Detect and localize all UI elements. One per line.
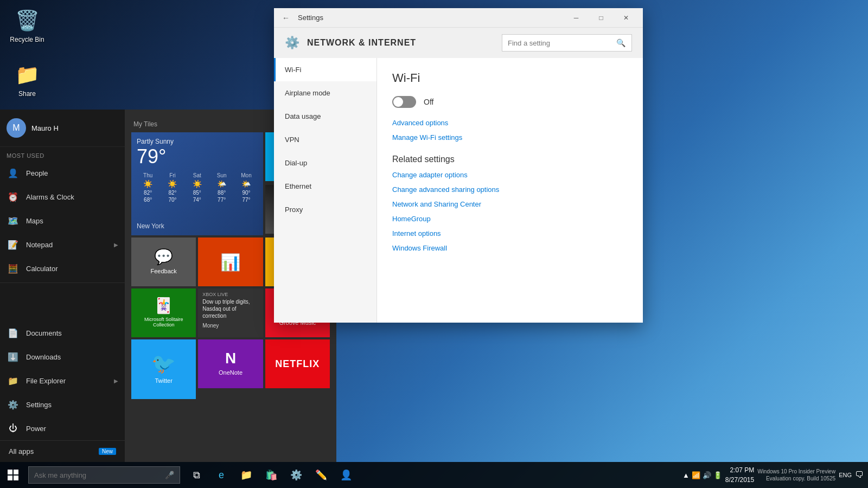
office-icon: 📊	[220, 253, 240, 272]
network-sharing-center-link[interactable]: Network and Sharing Center	[392, 200, 628, 208]
system-tray-icons: ▲ 📶 🔊 🔋	[682, 471, 722, 479]
recycle-bin-icon[interactable]: 🗑️ Recycle Bin	[5, 5, 49, 46]
sidebar-item-notepad[interactable]: 📝 Notepad ▶	[0, 233, 125, 256]
forecast-sat: Sat ☀️ 85°74°	[186, 172, 208, 203]
build-info: Windows 10 Pro Insider Preview Evaluatio…	[757, 468, 835, 482]
advanced-options-link[interactable]: Advanced options	[392, 119, 628, 127]
taskbar-search-box: 🎤	[28, 466, 180, 484]
forecast-sun: Sun 🌤️ 88°77°	[210, 172, 233, 203]
sidebar-item-downloads[interactable]: ⬇️ Downloads	[0, 345, 125, 369]
advanced-sharing-link[interactable]: Change advanced sharing options	[392, 185, 628, 194]
documents-icon: 📄	[7, 326, 20, 339]
nav-item-vpn[interactable]: VPN	[274, 128, 376, 151]
tile-office[interactable]: 📊	[198, 237, 263, 286]
toggle-off-label: Off	[424, 98, 433, 106]
settings-taskbar-button[interactable]: ⚙️	[284, 462, 308, 488]
tile-netflix[interactable]: NETFLIX	[265, 339, 330, 388]
nav-item-dialup[interactable]: Dial-up	[274, 151, 376, 175]
edge-browser-button[interactable]: e	[209, 462, 233, 488]
all-apps-badge: New	[99, 448, 116, 455]
sidebar-item-alarms[interactable]: ⏰ Alarms & Clock	[0, 185, 125, 209]
menu-divider	[0, 282, 125, 283]
settings-header-title: NETWORK & INTERNET	[307, 38, 416, 48]
file-explorer-button[interactable]: 📁	[234, 462, 258, 488]
settings-titlebar: ← Settings ─ □ ✕	[274, 8, 643, 28]
start-user-section[interactable]: M Mauro H	[0, 110, 125, 147]
nav-item-ethernet[interactable]: Ethernet	[274, 175, 376, 198]
sidebar-item-maps[interactable]: 🗺️ Maps	[0, 209, 125, 233]
maps-icon: 🗺️	[7, 214, 20, 227]
settings-icon: ⚙️	[7, 398, 20, 411]
microphone-icon[interactable]: 🎤	[165, 471, 174, 479]
sidebar-item-file-explorer[interactable]: 📁 File Explorer ▶	[0, 369, 125, 393]
minimize-button[interactable]: ─	[564, 8, 589, 28]
calculator-icon: 🧮	[7, 262, 20, 275]
settings-search-icon: 🔍	[616, 38, 626, 47]
sidebar-item-settings[interactable]: ⚙️ Settings	[0, 393, 125, 416]
change-adapter-link[interactable]: Change adapter options	[392, 171, 628, 179]
nav-item-airplane[interactable]: Airplane mode	[274, 81, 376, 105]
volume-icon[interactable]: 🔊	[703, 471, 711, 479]
recycle-bin-label: Recycle Bin	[10, 36, 44, 43]
power-label: Power	[26, 425, 46, 433]
share-label: Share	[18, 90, 36, 98]
close-button[interactable]: ✕	[614, 8, 639, 28]
language-indicator[interactable]: ENG	[839, 472, 852, 478]
settings-search-input[interactable]	[508, 39, 616, 47]
manage-wifi-link[interactable]: Manage Wi-Fi settings	[392, 133, 628, 142]
extra-button[interactable]: 👤	[334, 462, 358, 488]
solitaire-icon: 🃏	[154, 297, 173, 314]
all-apps-label: All apps	[9, 447, 34, 455]
feedback-label: Feedback	[131, 266, 196, 277]
onenote-label: OneNote	[198, 367, 263, 378]
wifi-toggle[interactable]	[392, 96, 416, 108]
taskbar-right: ▲ 📶 🔊 🔋 2:07 PM 8/27/2015 Windows 10 Pro…	[682, 466, 868, 485]
tile-feedback[interactable]: 💬 Feedback	[131, 237, 196, 286]
tile-money[interactable]: XBOX LIVE Dow up triple digits, Nasdaq o…	[198, 288, 263, 337]
taskbar-time: 2:07 PM	[730, 466, 755, 475]
twitter-icon: 🐦	[151, 352, 176, 375]
task-view-button[interactable]: ⧉	[184, 462, 208, 488]
pen-button[interactable]: ✏️	[309, 462, 333, 488]
svg-rect-3	[14, 476, 18, 480]
sidebar-item-people[interactable]: 👤 People	[0, 161, 125, 185]
notification-center-button[interactable]: 🗨	[855, 470, 864, 480]
chevron-up-icon[interactable]: ▲	[682, 471, 690, 479]
nav-item-wifi[interactable]: Wi-Fi	[274, 58, 376, 81]
taskbar-clock-date[interactable]: 2:07 PM 8/27/2015	[725, 466, 754, 485]
sidebar-item-power[interactable]: ⏻ Power	[0, 416, 125, 440]
taskbar-search-input[interactable]	[34, 471, 154, 479]
sidebar-item-calculator[interactable]: 🧮 Calculator	[0, 256, 125, 280]
sidebar-item-documents[interactable]: 📄 Documents	[0, 321, 125, 345]
wifi-toggle-row: Off	[392, 96, 628, 108]
internet-options-link[interactable]: Internet options	[392, 229, 628, 237]
money-label: Money	[202, 323, 258, 329]
downloads-icon: ⬇️	[7, 350, 20, 363]
start-button[interactable]	[0, 462, 26, 488]
settings-sidebar: Wi-Fi Airplane mode Data usage VPN Dial-…	[274, 58, 377, 323]
homegroup-link[interactable]: HomeGroup	[392, 215, 628, 223]
people-label: People	[26, 169, 48, 177]
forecast-thu: Thu ☀️ 82°68°	[137, 172, 159, 203]
windows-firewall-link[interactable]: Windows Firewall	[392, 244, 628, 252]
notepad-label: Notepad	[26, 241, 53, 249]
forecast-fri: Fri ☀️ 82°70°	[161, 172, 183, 203]
start-menu-left: M Mauro H Most used 👤 People ⏰ Alarms & …	[0, 110, 125, 462]
all-apps-button[interactable]: All apps New	[0, 440, 125, 462]
tile-solitaire[interactable]: 🃏 Microsoft Solitaire Collection	[131, 288, 196, 337]
settings-body: Wi-Fi Airplane mode Data usage VPN Dial-…	[274, 58, 643, 323]
file-explorer-label: File Explorer	[26, 377, 66, 385]
maximize-button[interactable]: □	[589, 8, 614, 28]
netflix-wordmark: NETFLIX	[275, 358, 320, 370]
back-button[interactable]: ←	[278, 10, 293, 25]
tile-weather[interactable]: Partly Sunny 79° Thu ☀️ 82°68° Fri ☀️ 82…	[131, 132, 263, 235]
nav-item-proxy[interactable]: Proxy	[274, 198, 376, 221]
share-icon[interactable]: 📁 Share	[5, 60, 49, 100]
nav-item-data-usage[interactable]: Data usage	[274, 105, 376, 128]
notepad-icon: 📝	[7, 238, 20, 251]
tile-twitter[interactable]: 🐦 Twitter	[131, 339, 196, 399]
store-taskbar-button[interactable]: 🛍️	[259, 462, 283, 488]
network-icon[interactable]: 📶	[692, 471, 700, 479]
tile-onenote[interactable]: N OneNote	[198, 339, 263, 388]
battery-icon[interactable]: 🔋	[713, 471, 722, 479]
